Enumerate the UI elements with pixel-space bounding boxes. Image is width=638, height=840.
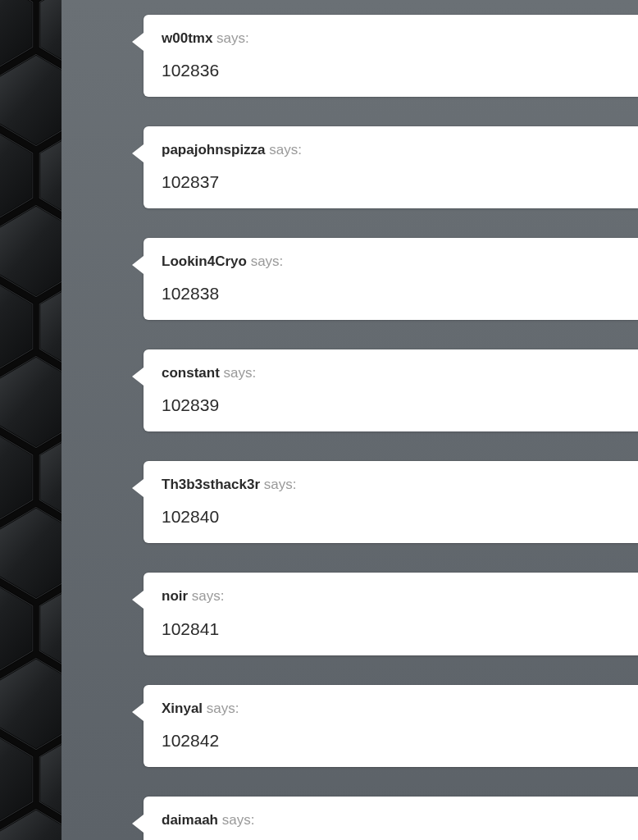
comment-says-label: says:	[260, 477, 296, 492]
comments-list: w00tmx says: 102836 papajohnspizza says:…	[62, 0, 638, 840]
comment-header: daimaah says:	[162, 811, 620, 829]
comment-author-link[interactable]: Lookin4Cryo	[162, 253, 247, 269]
comment-header: w00tmx says:	[162, 30, 620, 48]
comment-item: Xinyal says: 102842	[144, 685, 638, 767]
comment-author-link[interactable]: Xinyal	[162, 701, 203, 716]
comment-says-label: says:	[188, 588, 224, 604]
comment-item: daimaah says:	[144, 797, 638, 840]
comment-author-link[interactable]: noir	[162, 588, 188, 604]
comment-header: noir says:	[162, 587, 620, 605]
comment-author-link[interactable]: constant	[162, 365, 220, 381]
comment-author-link[interactable]: Th3b3sthack3r	[162, 477, 260, 492]
comment-header: constant says:	[162, 364, 620, 382]
comment-body: 102842	[162, 731, 620, 751]
comment-author-link[interactable]: w00tmx	[162, 30, 212, 46]
comment-header: Xinyal says:	[162, 700, 620, 718]
comment-body: 102841	[162, 619, 620, 639]
comment-item: Lookin4Cryo says: 102838	[144, 238, 638, 320]
comment-body: 102836	[162, 61, 620, 80]
comment-item: w00tmx says: 102836	[144, 15, 638, 97]
comment-body: 102837	[162, 172, 620, 192]
comment-says-label: says:	[266, 142, 302, 158]
comment-item: Th3b3sthack3r says: 102840	[144, 461, 638, 543]
comment-says-label: says:	[212, 30, 248, 46]
content-area: w00tmx says: 102836 papajohnspizza says:…	[62, 0, 638, 840]
comment-item: noir says: 102841	[144, 573, 638, 655]
comment-item: constant says: 102839	[144, 349, 638, 431]
hex-sidebar-background	[0, 0, 62, 840]
comment-header: Lookin4Cryo says:	[162, 253, 620, 271]
comment-body: 102839	[162, 395, 620, 415]
comment-body: 102838	[162, 284, 620, 304]
comment-says-label: says:	[247, 253, 283, 269]
comment-says-label: says:	[220, 365, 256, 381]
comment-author-link[interactable]: daimaah	[162, 812, 218, 828]
comment-says-label: says:	[218, 812, 254, 828]
comment-body: 102840	[162, 507, 620, 527]
comment-says-label: says:	[203, 701, 239, 716]
comment-item: papajohnspizza says: 102837	[144, 126, 638, 208]
comment-header: papajohnspizza says:	[162, 141, 620, 159]
comment-author-link[interactable]: papajohnspizza	[162, 142, 266, 158]
comment-header: Th3b3sthack3r says:	[162, 476, 620, 494]
